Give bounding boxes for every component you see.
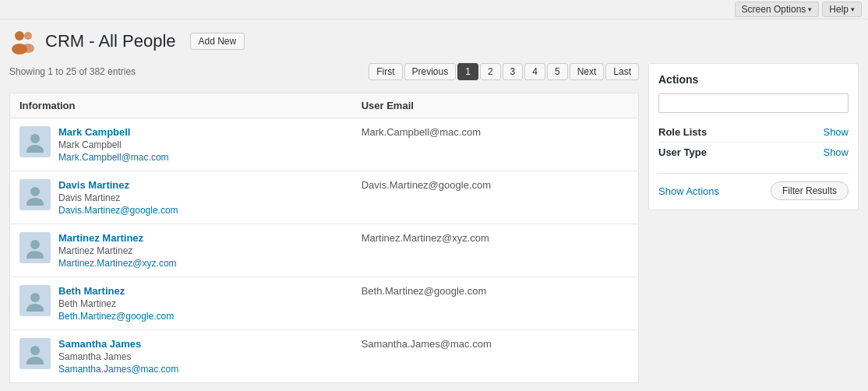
page-2-button[interactable]: 2 <box>480 63 501 80</box>
main-section: Showing 1 to 25 of 382 entries First Pre… <box>9 63 639 383</box>
last-page-button[interactable]: Last <box>605 63 639 80</box>
table-row: Martinez Martinez Martinez Martinez Mart… <box>10 224 639 277</box>
person-fullname: Samantha James <box>58 351 178 362</box>
page-4-button[interactable]: 4 <box>524 63 545 80</box>
svg-point-10 <box>30 293 40 302</box>
email-cell-3: Beth.Martinez@google.com <box>352 277 639 330</box>
info-cell-0: Mark Campbell Mark Campbell Mark.Campbel… <box>10 118 352 171</box>
info-cell-2: Martinez Martinez Martinez Martinez Mart… <box>10 224 352 277</box>
avatar <box>19 126 51 157</box>
person-details: Davis Martinez Davis Martinez Davis.Mart… <box>58 179 178 216</box>
svg-point-4 <box>30 134 40 143</box>
person-email-small[interactable]: Martinez.Martinez@xyz.com <box>58 258 177 269</box>
user-type-row: User Type Show <box>658 142 849 162</box>
role-lists-show-link[interactable]: Show <box>823 126 849 138</box>
col-user-email: User Email <box>352 93 639 118</box>
people-table: Information User Email Mark Campbell <box>9 93 639 383</box>
help-chevron-icon: ▾ <box>851 5 855 13</box>
page-header: CRM - All People Add New <box>0 19 868 60</box>
help-label: Help <box>829 4 849 15</box>
avatar <box>19 232 51 263</box>
svg-point-8 <box>30 240 40 249</box>
info-cell-4: Samantha James Samantha James Samantha.J… <box>10 330 352 383</box>
person-name-link[interactable]: Davis Martinez <box>58 179 178 191</box>
person-email-small[interactable]: Samantha.James@mac.com <box>58 364 178 375</box>
email-cell-0: Mark.Campbell@mac.com <box>352 118 639 171</box>
top-bar: Screen Options ▾ Help ▾ <box>0 0 868 19</box>
email-cell-4: Samantha.James@mac.com <box>352 330 639 383</box>
person-fullname: Beth Martinez <box>58 298 174 309</box>
person-name-link[interactable]: Samantha James <box>58 338 178 350</box>
user-type-label: User Type <box>658 146 707 158</box>
actions-footer: Show Actions Filter Results <box>658 173 849 200</box>
screen-options-label: Screen Options <box>742 4 806 15</box>
svg-point-3 <box>22 44 34 53</box>
person-fullname: Davis Martinez <box>58 192 178 203</box>
svg-point-13 <box>26 357 44 365</box>
info-cell-1: Davis Martinez Davis Martinez Davis.Mart… <box>10 171 352 224</box>
first-page-button[interactable]: First <box>369 63 402 80</box>
avatar <box>19 179 51 210</box>
previous-page-button[interactable]: Previous <box>404 63 457 80</box>
email-cell-1: Davis.Martinez@google.com <box>352 171 639 224</box>
person-fullname: Martinez Martinez <box>58 245 177 256</box>
screen-options-chevron-icon: ▾ <box>808 5 812 13</box>
role-lists-row: Role Lists Show <box>658 122 849 142</box>
actions-panel: Actions Role Lists Show User Type Show S… <box>648 63 859 210</box>
svg-point-2 <box>24 32 32 40</box>
svg-point-6 <box>30 187 40 196</box>
crm-icon <box>9 27 37 55</box>
email-cell-2: Martinez.Martinez@xyz.com <box>352 224 639 277</box>
col-information: Information <box>10 93 352 118</box>
showing-entries-text: Showing 1 to 25 of 382 entries <box>9 66 136 77</box>
person-fullname: Mark Campbell <box>58 139 169 150</box>
role-lists-label: Role Lists <box>658 126 707 138</box>
person-name-link[interactable]: Beth Martinez <box>58 285 174 297</box>
filter-results-button[interactable]: Filter Results <box>771 181 849 200</box>
add-new-button[interactable]: Add New <box>190 33 245 50</box>
table-row: Mark Campbell Mark Campbell Mark.Campbel… <box>10 118 639 171</box>
person-name-link[interactable]: Mark Campbell <box>58 126 169 138</box>
actions-title: Actions <box>658 73 849 86</box>
avatar <box>19 285 51 316</box>
avatar <box>19 338 51 369</box>
next-page-button[interactable]: Next <box>570 63 605 80</box>
info-cell-3: Beth Martinez Beth Martinez Beth.Martine… <box>10 277 352 330</box>
page-3-button[interactable]: 3 <box>503 63 524 80</box>
user-type-show-link[interactable]: Show <box>823 146 849 158</box>
person-email-small[interactable]: Mark.Campbell@mac.com <box>58 152 169 163</box>
table-row: Samantha James Samantha James Samantha.J… <box>10 330 639 383</box>
screen-options-button[interactable]: Screen Options ▾ <box>735 2 820 17</box>
table-row: Beth Martinez Beth Martinez Beth.Martine… <box>10 277 639 330</box>
person-details: Beth Martinez Beth Martinez Beth.Martine… <box>58 285 174 322</box>
svg-point-0 <box>15 31 24 41</box>
person-name-link[interactable]: Martinez Martinez <box>58 232 177 244</box>
svg-point-12 <box>30 346 40 355</box>
page-5-button[interactable]: 5 <box>547 63 568 80</box>
help-button[interactable]: Help ▾ <box>822 2 862 17</box>
actions-search-input[interactable] <box>658 93 849 113</box>
svg-point-7 <box>26 198 44 206</box>
table-row: Davis Martinez Davis Martinez Davis.Mart… <box>10 171 639 224</box>
page-title: CRM - All People <box>45 31 176 51</box>
show-actions-link[interactable]: Show Actions <box>658 185 719 197</box>
svg-point-9 <box>26 251 44 259</box>
svg-point-5 <box>26 145 44 153</box>
content-area: Showing 1 to 25 of 382 entries First Pre… <box>0 60 868 391</box>
person-details: Samantha James Samantha James Samantha.J… <box>58 338 178 375</box>
person-details: Martinez Martinez Martinez Martinez Mart… <box>58 232 177 269</box>
pagination: First Previous 1 2 3 4 5 Next Last <box>369 63 639 80</box>
svg-point-11 <box>26 304 44 312</box>
page-1-button[interactable]: 1 <box>457 63 478 80</box>
person-email-small[interactable]: Davis.Martinez@google.com <box>58 205 178 216</box>
person-details: Mark Campbell Mark Campbell Mark.Campbel… <box>58 126 169 163</box>
person-email-small[interactable]: Beth.Martinez@google.com <box>58 311 174 322</box>
